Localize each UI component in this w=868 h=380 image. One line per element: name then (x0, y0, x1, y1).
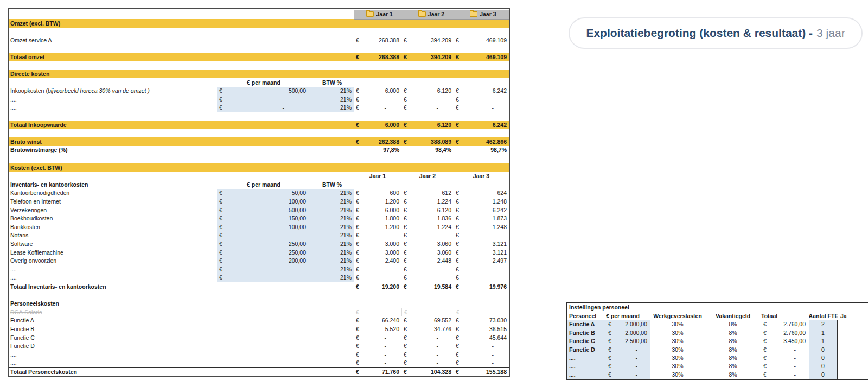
per-maand-euro[interactable]: € (217, 239, 228, 248)
per-maand-input (228, 36, 310, 45)
euro-symbol: € (401, 87, 414, 96)
per-maand-euro[interactable]: € (217, 257, 228, 265)
cut-cell (838, 320, 868, 328)
per-maand-input[interactable]: - (228, 104, 310, 112)
per-maand-input[interactable]: - (228, 231, 310, 240)
per-maand-euro[interactable]: € (606, 337, 617, 345)
per-maand-euro[interactable]: € (606, 328, 617, 337)
euro-symbol (401, 146, 414, 155)
per-maand-euro[interactable]: € (217, 197, 228, 206)
per-maand-input[interactable]: 2.000,00 (617, 328, 650, 337)
per-maand-input[interactable]: - (228, 265, 310, 274)
per-maand-euro[interactable]: € (217, 214, 228, 223)
euro-symbol: € (401, 53, 414, 61)
btw-cell[interactable]: 21% (310, 214, 354, 223)
aantal-fte-input[interactable]: 0 (809, 370, 838, 378)
row-label: Overig onvoorzien (9, 257, 217, 265)
aantal-fte-input[interactable]: 0 (809, 354, 838, 362)
euro-symbol: € (401, 350, 414, 359)
per-maand-euro (217, 316, 228, 325)
per-maand-euro[interactable]: € (606, 354, 617, 362)
btw-cell[interactable]: 21% (310, 274, 354, 282)
per-maand-euro[interactable]: € (217, 95, 228, 104)
aantal-fte-input[interactable]: 0 (809, 362, 838, 370)
aantal-fte-input[interactable]: 2 (809, 320, 838, 328)
row-label: Functie A (9, 316, 217, 325)
btw-cell[interactable]: 21% (310, 95, 354, 104)
btw-cell[interactable]: 21% (310, 257, 354, 265)
btw-cell[interactable]: 21% (310, 265, 354, 274)
per-maand-euro[interactable]: € (606, 345, 617, 353)
btw-cell[interactable]: 21% (310, 197, 354, 206)
year-header: Jaar 3 (457, 11, 509, 17)
per-maand-input[interactable]: 2.500,00 (617, 337, 650, 345)
aantal-fte-input[interactable]: 1 (809, 328, 838, 337)
btw-cell[interactable]: 21% (310, 206, 354, 214)
per-maand-input[interactable]: 250,00 (228, 239, 310, 248)
per-maand-euro[interactable]: € (606, 320, 617, 328)
aantal-fte-input[interactable]: 1 (809, 337, 838, 345)
jaar1-value: - (366, 333, 401, 342)
row-label: .... (9, 359, 217, 368)
totaal-value: 3.450,00 (773, 337, 809, 345)
per-maand-input[interactable]: - (617, 362, 650, 370)
per-maand-euro[interactable]: € (217, 189, 228, 198)
per-maand-input[interactable]: - (617, 354, 650, 362)
jaar2-value: 3.060 (414, 239, 454, 248)
per-maand-euro[interactable]: € (606, 370, 617, 378)
per-maand-input[interactable]: 500,00 (228, 87, 310, 96)
btw-cell[interactable]: 21% (310, 231, 354, 240)
per-maand-input[interactable]: - (617, 345, 650, 353)
year-subheader: Jaar 3 (454, 172, 509, 181)
jaar3-value: 462.866 (467, 137, 509, 146)
btw-cell (310, 146, 354, 155)
per-maand-input[interactable]: - (228, 274, 310, 282)
btw-cell[interactable]: 21% (310, 239, 354, 248)
btw-cell[interactable]: 21% (310, 87, 354, 96)
per-maand-input[interactable]: - (617, 370, 650, 378)
personnel-table-title: Instellingen personeel (567, 303, 868, 312)
per-maand-header: € per maand (217, 180, 310, 189)
jaar3-value: 19.976 (467, 282, 509, 291)
table-row (9, 28, 509, 36)
per-maand-input[interactable]: 250,00 (228, 248, 310, 257)
per-maand-euro (217, 350, 228, 359)
per-maand-euro[interactable]: € (217, 223, 228, 231)
per-maand-euro[interactable]: € (217, 265, 228, 274)
btw-cell[interactable]: 21% (310, 248, 354, 257)
aantal-fte-input[interactable]: 0 (809, 345, 838, 353)
year-subheader: Jaar 2 (401, 172, 454, 181)
btw-cell[interactable]: 21% (310, 189, 354, 198)
euro-symbol: € (354, 359, 366, 368)
werkgeverslasten-cell: 30% (650, 370, 705, 378)
per-maand-input[interactable]: 50,00 (228, 189, 310, 198)
per-maand-input[interactable]: 150,00 (228, 214, 310, 223)
per-maand-euro[interactable]: € (606, 362, 617, 370)
euro-symbol: € (354, 104, 366, 112)
per-maand-euro[interactable]: € (217, 206, 228, 214)
euro-symbol: € (354, 333, 366, 342)
btw-cell[interactable]: 21% (310, 223, 354, 231)
per-maand-input (228, 137, 310, 146)
per-maand-input[interactable]: 100,00 (228, 223, 310, 231)
per-maand-euro[interactable]: € (217, 274, 228, 282)
table-row: ....€-21%€-€-€- (9, 104, 509, 112)
per-maand-euro[interactable]: € (217, 87, 228, 96)
per-maand-euro[interactable]: € (217, 248, 228, 257)
vakantiegeld-cell: 8% (705, 328, 761, 337)
per-maand-input[interactable]: 500,00 (228, 206, 310, 214)
per-maand-input[interactable]: 2.000,00 (617, 320, 650, 328)
row-label: Totaal omzet (9, 53, 217, 61)
per-maand-input[interactable]: - (228, 95, 310, 104)
personeel-header: Personeel (567, 312, 606, 320)
totaal-value: - (773, 362, 809, 370)
per-maand-input[interactable]: 200,00 (228, 257, 310, 265)
euro-symbol: € (454, 325, 467, 333)
per-maand-euro[interactable]: € (217, 231, 228, 240)
table-row: ....€-21%€-€-€- (9, 274, 509, 282)
euro-symbol: € (354, 214, 366, 223)
per-maand-euro[interactable]: € (217, 104, 228, 112)
btw-cell[interactable]: 21% (310, 104, 354, 112)
per-maand-input[interactable]: 100,00 (228, 197, 310, 206)
jaar2-value: 6.120 (414, 87, 454, 96)
